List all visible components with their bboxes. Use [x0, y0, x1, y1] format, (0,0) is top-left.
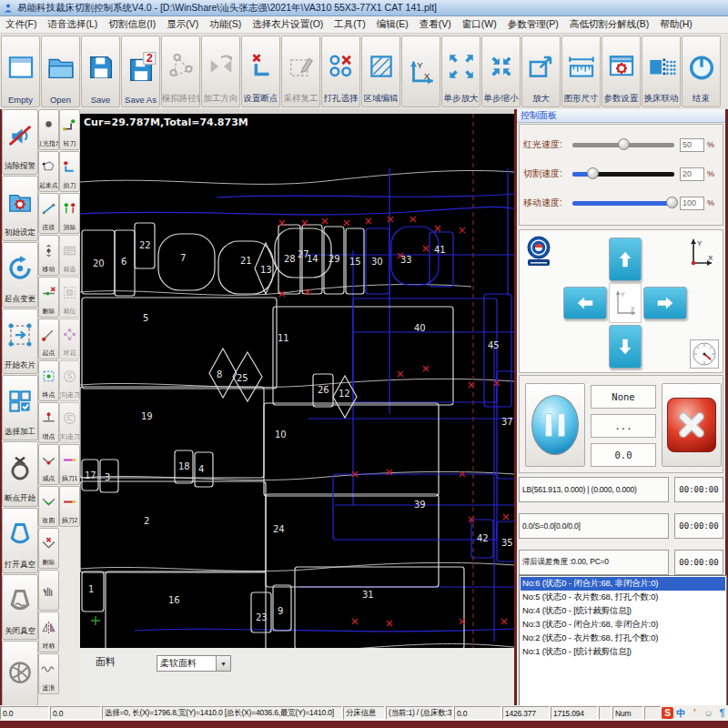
pattern-piece-20[interactable]: 20	[82, 230, 115, 294]
pattern-piece-24[interactable]: 24	[266, 494, 439, 587]
sidebar-button-终点[interactable]: 终点	[38, 360, 59, 401]
pattern-piece-39[interactable]: 39	[333, 474, 497, 540]
slider-thumb[interactable]	[587, 167, 599, 179]
pattern-piece-11[interactable]: 11	[273, 307, 453, 405]
sidebar-button-红光指示[interactable]: 红光指示	[38, 109, 59, 150]
toolbar-button-结束[interactable]: 结束	[682, 35, 721, 107]
job-list-item[interactable]: No:4 (状态0 - [统计裁剪信息])	[521, 604, 725, 618]
sidebar-button-选择加工[interactable]: 选择加工	[2, 375, 38, 440]
slider-track[interactable]	[572, 201, 674, 206]
toolbar-button-设置断点[interactable]: 设置断点	[241, 35, 280, 107]
job-list-item[interactable]: No:5 (状态0 - 衣片数:68, 打孔个数:0)	[521, 591, 725, 604]
pattern-piece-25[interactable]: 25	[233, 352, 262, 401]
job-list[interactable]: No:6 (状态0 - 闭合片:68, 非闭合片:0)No:5 (状态0 - 衣…	[519, 575, 727, 706]
menu-item-3[interactable]: 显示(V)	[161, 16, 204, 33]
pattern-piece-10[interactable]: 10	[264, 403, 439, 496]
toolbar-button-单步缩小[interactable]: 单步缩小	[481, 35, 521, 107]
sidebar-button-对称[interactable]: 对称	[38, 612, 59, 652]
pattern-piece-9[interactable]: 9	[273, 585, 291, 631]
toolbar-button-Save As[interactable]: 2Save As	[121, 35, 160, 107]
sidebar-button-插刀2[interactable]: 插刀2	[59, 486, 80, 527]
pattern-piece-8[interactable]: 8	[209, 349, 237, 398]
sidebar-button-起点变更[interactable]: 起点变更	[2, 242, 38, 308]
pattern-piece-15[interactable]: 15	[346, 228, 364, 294]
toolbar-button-单步放大[interactable]: 单步放大	[441, 35, 480, 107]
pattern-piece-27[interactable]: 27	[275, 228, 331, 278]
toolbar-button-换床联动[interactable]: 换床联动	[642, 35, 681, 107]
pattern-piece-1[interactable]: 1	[82, 571, 104, 612]
slider-thumb[interactable]	[618, 138, 630, 150]
sidebar-button-关闭真空[interactable]: 关闭真空	[2, 574, 38, 640]
slider-thumb[interactable]	[666, 197, 678, 208]
smiley-icon[interactable]: ☺	[703, 707, 714, 719]
menu-item-11[interactable]: 高低切割分解线(B)	[564, 16, 655, 33]
jog-down-button[interactable]	[609, 325, 642, 369]
toolbar-button-Open[interactable]: Open	[41, 35, 80, 107]
toolbar-button-区域编辑[interactable]: 区域编辑	[361, 35, 400, 107]
menu-item-1[interactable]: 语音选择(L)	[42, 16, 103, 33]
sidebar-button-删除[interactable]: 删除	[38, 528, 59, 569]
menu-item-9[interactable]: 窗口(W)	[457, 16, 502, 33]
fabric-select[interactable]: 柔软面料 ▼	[157, 655, 231, 672]
pattern-piece-28[interactable]: 28	[278, 225, 300, 294]
pattern-piece-2[interactable]: 2	[80, 481, 266, 572]
pattern-piece-23[interactable]: 23	[251, 592, 271, 632]
toolbar-button-放大[interactable]: 放大	[521, 35, 561, 107]
pattern-piece-16[interactable]: 16	[106, 571, 266, 648]
comma-icon[interactable]: ’	[689, 707, 701, 719]
mic-icon[interactable]: ¶	[716, 707, 728, 719]
sidebar-button-转刀[interactable]: 转刀	[59, 109, 80, 150]
pattern-piece-17[interactable]: 17	[82, 460, 98, 490]
sogou-icon[interactable]: S	[662, 707, 673, 719]
job-list-item[interactable]: No:1 (状态0 - [统计裁剪信息])	[521, 645, 725, 659]
pattern-piece-29[interactable]: 29	[324, 227, 344, 294]
slider-track[interactable]	[572, 143, 674, 147]
stop-button[interactable]	[667, 398, 716, 452]
sidebar-button-清除报警[interactable]: 清除报警	[2, 109, 38, 175]
sidebar-button-波浪[interactable]: 波浪	[38, 653, 59, 694]
pattern-piece-14[interactable]: 14	[302, 225, 322, 294]
menu-item-10[interactable]: 参数管理(P)	[502, 16, 564, 33]
menu-item-7[interactable]: 编辑(E)	[371, 16, 414, 33]
job-list-item[interactable]: No:3 (状态0 - 闭合片:68, 非闭合片:0)	[521, 618, 725, 632]
menu-item-6[interactable]: 工具(T)	[329, 16, 370, 33]
sidebar-button-断点开始[interactable]: 断点开始	[2, 441, 38, 507]
slider-track[interactable]	[572, 172, 674, 177]
sidebar-button-减点[interactable]: 减点	[38, 444, 59, 485]
pattern-piece-40[interactable]: 40	[353, 298, 497, 402]
toolbar-button-打孔选择[interactable]: 打孔选择	[321, 35, 360, 107]
jog-left-button[interactable]	[563, 287, 607, 319]
toolbar-button-参数设置[interactable]: 参数设置	[602, 35, 641, 107]
jog-right-button[interactable]	[643, 287, 687, 319]
toolbar-button-Save[interactable]: Save	[81, 35, 120, 107]
cut-canvas[interactable]: 2062272127132814291530334151140458252612…	[80, 114, 514, 648]
menu-item-12[interactable]: 帮助(H)	[654, 16, 698, 33]
pattern-piece-26[interactable]: 26	[313, 374, 333, 407]
sidebar-button-打开真空[interactable]: 打开真空	[2, 508, 38, 573]
sidebar-button-移动[interactable]: 移动	[38, 235, 59, 276]
sidebar-button-fan-icon[interactable]	[2, 641, 38, 706]
toolbar-button-Empty[interactable]: Empty	[1, 35, 40, 107]
pattern-piece-33[interactable]: 33	[391, 227, 439, 285]
pattern-piece-22[interactable]: 22	[135, 223, 155, 268]
sidebar-button-起束点[interactable]: 起束点	[38, 151, 59, 192]
pattern-piece-6[interactable]: 6	[115, 230, 135, 296]
sidebar-button-增点[interactable]: 增点	[38, 402, 59, 443]
sidebar-button-删除[interactable]: 删除	[38, 277, 59, 318]
gauge-icon[interactable]	[690, 339, 719, 369]
toolbar-button-axes-icon[interactable]: YX	[401, 35, 440, 107]
sidebar-button-开始衣片[interactable]: 开始衣片	[2, 308, 38, 374]
sidebar-button-hand-icon[interactable]	[38, 570, 59, 611]
pattern-piece-30[interactable]: 30	[366, 228, 389, 294]
menu-item-4[interactable]: 功能(S)	[204, 16, 247, 33]
pattern-piece-45[interactable]: 45	[484, 294, 511, 407]
sidebar-button-初始设定[interactable]: 初始设定	[2, 176, 38, 241]
pattern-piece-35[interactable]: 35	[497, 521, 514, 561]
sidebar-button-清除[interactable]: 清除	[59, 193, 80, 234]
job-list-item[interactable]: No:6 (状态0 - 闭合片:68, 非闭合片:0)	[521, 577, 725, 591]
menu-item-0[interactable]: 文件(F)	[0, 16, 42, 33]
pattern-piece-42[interactable]: 42	[471, 520, 493, 558]
pattern-piece-7[interactable]: 7	[158, 234, 215, 290]
pattern-piece-19[interactable]: 19	[80, 387, 264, 478]
jog-up-button[interactable]	[609, 238, 642, 281]
